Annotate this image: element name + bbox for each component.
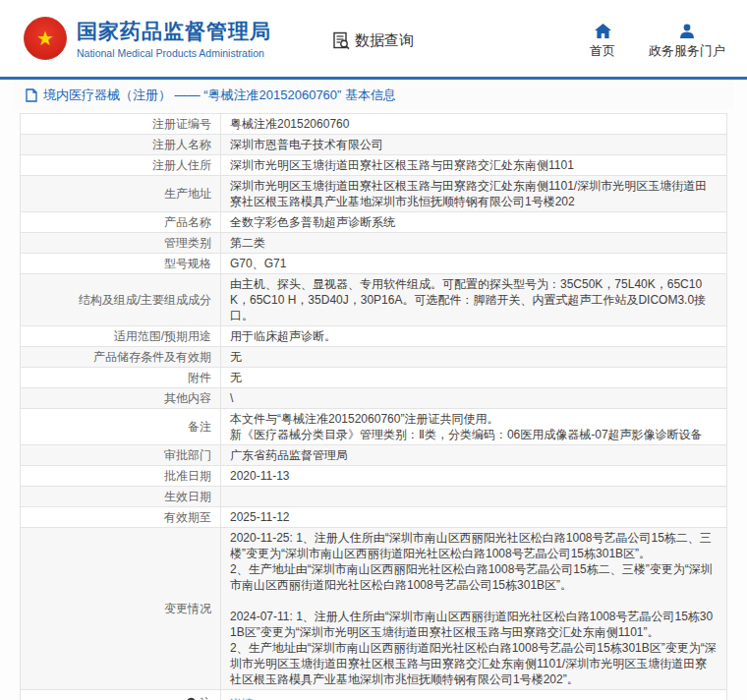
row-value: 深圳市恩普电子技术有限公司 xyxy=(221,135,727,155)
table-row: 其他内容\ xyxy=(21,388,727,409)
row-label: 型号规格 xyxy=(21,254,221,274)
row-value: 全数字彩色多普勒超声诊断系统 xyxy=(221,212,727,233)
row-label: 产品名称 xyxy=(21,212,221,233)
row-label: 变更情况 xyxy=(21,528,221,690)
row-label: 备注 xyxy=(21,409,221,445)
row-label: 有效期至 xyxy=(21,507,221,528)
row-value: 详情 xyxy=(221,690,727,700)
row-label: 产品储存条件及有效期 xyxy=(21,347,221,368)
header-nav: 首页 政务服务门户 xyxy=(590,24,725,60)
row-label: 适用范围/预期用途 xyxy=(21,326,221,347)
row-label: 批准日期 xyxy=(21,466,221,487)
row-value xyxy=(221,487,727,507)
nav-data-query[interactable]: 数据查询 xyxy=(332,31,414,50)
row-label: 生产地址 xyxy=(21,176,221,212)
table-row: 注详情 xyxy=(21,690,727,700)
nav-portal-label: 政务服务门户 xyxy=(649,42,725,60)
table-row: 注册证编号粤械注准20152060760 xyxy=(21,114,727,135)
row-value: 2025-11-12 xyxy=(221,507,727,528)
data-query-label: 数据查询 xyxy=(355,31,414,50)
table-row: 注册人名称深圳市恩普电子技术有限公司 xyxy=(21,135,727,155)
table-row: 审批部门广东省药品监督管理局 xyxy=(21,445,727,466)
table-row: 注册人住所深圳市光明区玉塘街道田寮社区根玉路与田寮路交汇处东南侧1101 xyxy=(21,155,727,176)
nav-home-label: 首页 xyxy=(590,42,615,60)
table-row: 适用范围/预期用途用于临床超声诊断。 xyxy=(21,326,727,347)
agency-name-cn: 国家药品监督管理局 xyxy=(77,18,271,45)
row-value: 第二类 xyxy=(221,233,727,254)
table-row: 产品名称全数字彩色多普勒超声诊断系统 xyxy=(21,212,727,233)
row-label: 注册人住所 xyxy=(21,155,221,176)
table-row: 备注本文件与“粤械注准20152060760”注册证共同使用。新《医疗器械分类目… xyxy=(21,409,727,445)
row-value: 本文件与“粤械注准20152060760”注册证共同使用。新《医疗器械分类目录》… xyxy=(221,409,727,445)
row-label: 注册人名称 xyxy=(21,135,221,155)
row-value: 深圳市光明区玉塘街道田寮社区根玉路与田寮路交汇处东南侧1101/深圳市光明区玉塘… xyxy=(221,176,727,212)
table-row: 变更情况2020-11-25: 1、注册人住所由“深圳市南山区西丽阳光社区松白路… xyxy=(21,528,727,690)
registration-table-body: 注册证编号粤械注准20152060760注册人名称深圳市恩普电子技术有限公司注册… xyxy=(21,114,727,700)
row-label: 注册证编号 xyxy=(21,114,221,135)
user-icon xyxy=(679,24,695,38)
table-row: 结构及组成/主要组成成分由主机、探头、显视器、专用软件组成。可配置的探头型号为：… xyxy=(21,274,727,326)
row-label: 其他内容 xyxy=(21,388,221,409)
row-value: 2020-11-25: 1、注册人住所由“深圳市南山区西丽阳光社区松白路1008… xyxy=(221,528,727,690)
row-value: \ xyxy=(221,388,727,409)
row-label: 审批部门 xyxy=(21,445,221,466)
home-icon xyxy=(595,24,611,38)
registration-table: 注册证编号粤械注准20152060760注册人名称深圳市恩普电子技术有限公司注册… xyxy=(20,113,727,700)
breadcrumb: 境内医疗器械（注册） —— “粤械注准20152060760” 基本信息 xyxy=(14,80,733,109)
row-value: G70、G71 xyxy=(221,254,727,274)
row-value: 无 xyxy=(221,368,727,388)
table-row: 型号规格G70、G71 xyxy=(21,254,727,274)
document-icon xyxy=(26,88,37,102)
agency-logo: ★ 国家药品监督管理局 National Medical Products Ad… xyxy=(24,17,271,60)
row-value: 广东省药品监督管理局 xyxy=(221,445,727,466)
data-query-icon xyxy=(332,31,351,50)
site-header: ★ 国家药品监督管理局 National Medical Products Ad… xyxy=(0,0,747,77)
table-row: 附件无 xyxy=(21,368,727,388)
change-record-paragraph: 2020-11-25: 1、注册人住所由“深圳市南山区西丽阳光社区松白路1008… xyxy=(230,530,718,593)
breadcrumb-text: 境内医疗器械（注册） —— “粤械注准20152060760” 基本信息 xyxy=(43,87,396,104)
table-row: 管理类别第二类 xyxy=(21,233,727,254)
row-label: 结构及组成/主要组成成分 xyxy=(21,274,221,326)
change-record-paragraph: 2024-07-11: 1、注册人住所由“深圳市南山区西丽街道阳光社区松白路10… xyxy=(230,609,718,687)
table-row: 有效期至2025-11-12 xyxy=(21,507,727,528)
row-value: 深圳市光明区玉塘街道田寮社区根玉路与田寮路交汇处东南侧1101 xyxy=(221,155,727,176)
table-row: 生效日期 xyxy=(21,487,727,507)
row-label: 管理类别 xyxy=(21,233,221,254)
agency-name-en: National Medical Products Administration xyxy=(77,47,271,59)
row-value: 由主机、探头、显视器、专用软件组成。可配置的探头型号为：35C50K，75L40… xyxy=(221,274,727,326)
nav-home[interactable]: 首页 xyxy=(590,24,615,60)
row-value: 用于临床超声诊断。 xyxy=(221,326,727,347)
nav-portal[interactable]: 政务服务门户 xyxy=(649,24,725,60)
main-content: 境内医疗器械（注册） —— “粤械注准20152060760” 基本信息 注册证… xyxy=(0,80,747,700)
national-emblem-icon: ★ xyxy=(24,17,67,60)
table-row: 产品储存条件及有效期无 xyxy=(21,347,727,368)
row-value: 粤械注准20152060760 xyxy=(221,114,727,135)
row-label: 生效日期 xyxy=(21,487,221,507)
table-row: 批准日期2020-11-13 xyxy=(21,466,727,487)
row-label: 注 xyxy=(21,690,221,700)
row-value: 2020-11-13 xyxy=(221,466,727,487)
row-label: 附件 xyxy=(21,368,221,388)
row-value: 无 xyxy=(221,347,727,368)
table-row: 生产地址深圳市光明区玉塘街道田寮社区根玉路与田寮路交汇处东南侧1101/深圳市光… xyxy=(21,176,727,212)
